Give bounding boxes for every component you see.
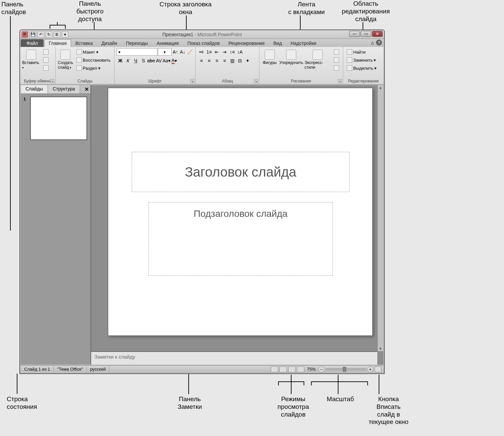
drawing-launcher-icon[interactable]: ↘ — [338, 79, 342, 83]
italic-button[interactable]: К — [124, 57, 132, 64]
slides-panel: Слайды Структура ✕ 1 — [21, 85, 91, 365]
indent-icon[interactable]: ⇥ — [221, 48, 228, 56]
side-tab-outline[interactable]: Структура — [48, 85, 80, 94]
minimize-button[interactable]: — — [349, 31, 360, 37]
app-icon[interactable]: P — [21, 31, 28, 38]
undo-icon[interactable]: ↶ — [38, 31, 44, 38]
font-family-dropdown[interactable]: ▾ — [117, 48, 158, 56]
title-placeholder[interactable]: Заголовок слайда — [132, 152, 350, 192]
zoom-out-button[interactable]: − — [318, 366, 324, 372]
paste-button[interactable]: Вставить — [22, 48, 40, 78]
numbering-icon[interactable]: 1≡ — [205, 48, 213, 56]
ribbon-tabs: Файл Главная Вставка Дизайн Переходы Ани… — [20, 39, 384, 47]
callout-qat: Панель быстрого доступа — [76, 0, 104, 23]
zoom-percent[interactable]: 75% — [306, 367, 317, 372]
bold-button[interactable]: Ж — [117, 57, 124, 64]
tab-slideshow[interactable]: Показ слайдов — [183, 39, 224, 47]
arrange-icon — [286, 50, 296, 60]
cut-button[interactable] — [42, 48, 50, 56]
new-slide-button[interactable]: Создать слайд — [58, 48, 73, 78]
align-left-icon[interactable]: ≡ — [198, 57, 205, 64]
para-launcher-icon[interactable]: ↘ — [254, 79, 258, 83]
select-button[interactable]: Выделить ▾ — [345, 64, 378, 72]
char-spacing-button[interactable]: AV — [155, 57, 163, 64]
font-color-button[interactable]: A▾ — [171, 57, 178, 64]
zoom-slider-thumb[interactable] — [343, 367, 346, 372]
bullets-icon[interactable]: •≡ — [198, 48, 205, 56]
outdent-icon[interactable]: ⇤ — [213, 48, 220, 56]
status-language[interactable]: русский — [87, 366, 110, 373]
status-theme: "Тема Office" — [54, 366, 87, 373]
new-doc-icon[interactable]: 🗎 — [54, 31, 60, 38]
shape-fill-button[interactable] — [332, 48, 341, 56]
tab-file[interactable]: Файл — [21, 39, 44, 47]
shrink-font-icon[interactable]: A↓ — [179, 48, 186, 56]
justify-icon[interactable]: ≡ — [221, 57, 228, 64]
grow-font-icon[interactable]: A↑ — [172, 48, 179, 56]
section-button[interactable]: Раздел ▾ — [75, 64, 112, 72]
columns-icon[interactable]: ▥ — [229, 57, 236, 64]
zoom-slider[interactable] — [326, 368, 366, 370]
shadow-button[interactable]: S — [140, 57, 147, 64]
layout-icon — [76, 49, 82, 55]
format-painter-button[interactable] — [42, 64, 50, 72]
view-slideshow-icon[interactable] — [297, 366, 304, 372]
zoom-in-button[interactable]: + — [367, 366, 373, 372]
help-icon[interactable]: ? — [376, 40, 382, 46]
tab-home[interactable]: Главная — [44, 39, 71, 47]
notes-panel[interactable]: Заметки к слайду — [91, 351, 377, 365]
save-icon[interactable]: 💾 — [29, 31, 36, 38]
view-reading-icon[interactable] — [288, 366, 296, 372]
copy-icon — [43, 57, 49, 63]
vertical-scrollbar[interactable] — [377, 85, 383, 351]
layout-button[interactable]: Макет ▾ — [75, 48, 112, 56]
change-case-button[interactable]: Aa▾ — [163, 57, 170, 64]
line-spacing-icon[interactable]: ↕≡ — [229, 48, 236, 56]
tab-view[interactable]: Вид — [269, 39, 286, 47]
shape-outline-button[interactable] — [332, 56, 341, 64]
align-right-icon[interactable]: ≡ — [213, 57, 220, 64]
tab-transitions[interactable]: Переходы — [122, 39, 152, 47]
reset-button[interactable]: Восстановить — [75, 56, 112, 64]
text-direction-icon[interactable]: ↕A — [236, 48, 244, 56]
subtitle-placeholder[interactable]: Подзаголовок слайда — [148, 202, 333, 276]
find-button[interactable]: Найти — [345, 48, 378, 56]
copy-button[interactable] — [42, 56, 50, 64]
clipboard-launcher-icon[interactable]: ↘ — [50, 79, 54, 83]
tab-review[interactable]: Рецензирование — [224, 39, 269, 47]
view-normal-icon[interactable] — [271, 366, 278, 372]
close-panel-icon[interactable]: ✕ — [82, 85, 90, 94]
fit-to-window-button[interactable] — [375, 366, 381, 372]
qat-customize-icon[interactable]: ▾ — [62, 31, 68, 38]
clear-format-icon[interactable]: 🧹 — [186, 48, 193, 56]
maximize-button[interactable]: ▭ — [361, 31, 371, 37]
slide-canvas[interactable]: Заголовок слайда Подзаголовок слайда — [108, 88, 373, 336]
font-size-dropdown[interactable]: ▾ — [158, 48, 172, 56]
close-button[interactable]: ✕ — [372, 31, 383, 37]
align-center-icon[interactable]: ≡ — [205, 57, 213, 64]
font-launcher-icon[interactable]: ↘ — [190, 79, 194, 83]
replace-button[interactable]: Заменить ▾ — [345, 56, 378, 64]
redo-icon[interactable]: ↻ — [46, 31, 52, 38]
quick-styles-button[interactable]: Экспресс-стили — [305, 48, 331, 78]
strike-button[interactable]: abe — [147, 57, 155, 64]
shapes-button[interactable]: Фигуры — [261, 48, 278, 78]
view-sorter-icon[interactable] — [279, 366, 287, 372]
status-slide-count: Слайд 1 из 1 — [21, 366, 54, 373]
arrange-button[interactable]: Упорядочить — [279, 48, 303, 78]
side-tab-slides[interactable]: Слайды — [21, 85, 48, 94]
shape-effects-button[interactable] — [332, 64, 341, 72]
reset-icon — [76, 57, 82, 63]
align-text-icon[interactable]: ⊟ — [236, 57, 244, 64]
underline-button[interactable]: Ч — [132, 57, 139, 64]
smartart-icon[interactable]: ✦ — [244, 57, 251, 64]
tab-design[interactable]: Дизайн — [97, 39, 122, 47]
slide-thumbnail[interactable] — [30, 97, 87, 140]
ribbon-group-editing: Найти Заменить ▾ Выделить ▾ Редактирован… — [343, 47, 384, 84]
tab-animation[interactable]: Анимация — [152, 39, 183, 47]
collapse-ribbon-icon[interactable]: △ — [371, 40, 374, 45]
window-controls: — ▭ ✕ — [349, 31, 383, 37]
tab-addins[interactable]: Надстройки — [286, 39, 321, 47]
slide-stage: Заголовок слайда Подзаголовок слайда Зам… — [91, 85, 383, 365]
tab-insert[interactable]: Вставка — [71, 39, 97, 47]
